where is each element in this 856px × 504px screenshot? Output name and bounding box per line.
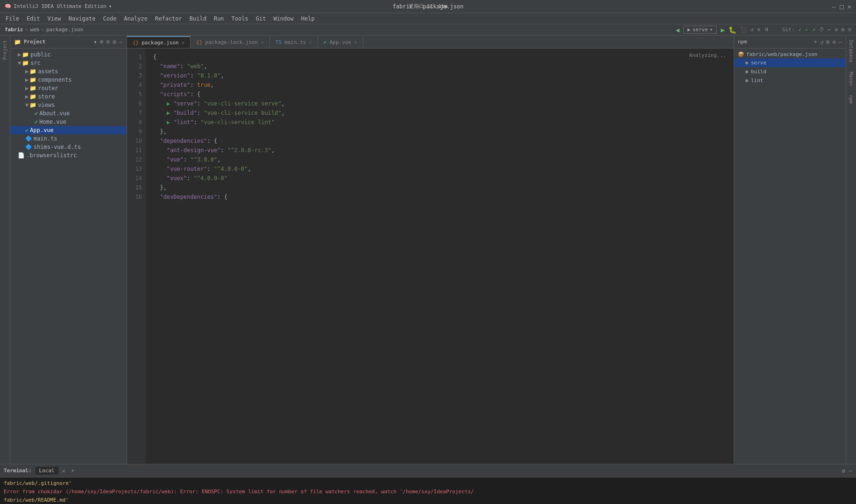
pause-button[interactable]: ⏸ — [764, 27, 769, 33]
tree-item-assets[interactable]: ▶ 📁 assets — [10, 67, 127, 76]
project-stripe-label[interactable]: Project — [2, 40, 7, 60]
main-area: Project 📁 Project ▾ ⊕ ≡ ⚙ — ▶ 📁 public — [0, 35, 856, 464]
close-button[interactable]: ✕ — [848, 3, 851, 10]
menu-edit[interactable]: Edit — [24, 14, 43, 23]
close-tab-app-vue[interactable]: ✕ — [354, 39, 357, 45]
menu-refactor[interactable]: Refactor — [152, 14, 185, 23]
run-button[interactable]: ▶ — [721, 26, 724, 34]
database-label[interactable]: Database — [849, 40, 854, 63]
npm-item-serve[interactable]: serve — [734, 58, 846, 67]
close-tab-package-json[interactable]: ✕ — [182, 40, 185, 46]
menu-file[interactable]: File — [3, 14, 22, 23]
terminal-line-2: fabric/web/README.md' — [4, 496, 852, 504]
menu-help[interactable]: Help — [298, 14, 318, 23]
npm-settings-icon[interactable]: ⚙ — [833, 39, 836, 45]
close-tab-package-lock[interactable]: ✕ — [261, 39, 264, 45]
menu-git[interactable]: Git — [253, 14, 269, 23]
git-settings[interactable]: ⚙ — [835, 27, 838, 33]
breadcrumb-file[interactable]: package.json — [46, 27, 83, 33]
terminal-content[interactable]: fabric/web/.gitignore' Error from chokid… — [0, 477, 856, 504]
close-tab-main-ts[interactable]: ✕ — [309, 39, 312, 45]
analyzing-indicator: Analyzing... — [689, 52, 726, 58]
locate-icon[interactable]: ⊕ — [100, 38, 104, 45]
npm-tree: 📦 fabric/web/package.json serve build li… — [734, 49, 846, 464]
tree-item-public[interactable]: ▶ 📁 public — [10, 50, 127, 59]
npm-dot-build — [745, 70, 748, 73]
menu-view[interactable]: View — [45, 14, 64, 23]
window-controls: — □ ✕ — [832, 3, 851, 10]
close-sidebar-icon[interactable]: — — [119, 38, 123, 45]
tab-main-ts[interactable]: TS main.ts ✕ — [270, 36, 318, 48]
tree-item-views[interactable]: ▼ 📁 views — [10, 101, 127, 109]
tab-package-json[interactable]: {} package.json ✕ — [127, 36, 191, 48]
npm-refresh-icon[interactable]: ↺ — [820, 39, 823, 45]
terminal-close-tab[interactable]: ✕ — [62, 468, 65, 474]
terminal-line-1: fabric/web/.gitignore' — [4, 479, 852, 488]
code-content[interactable]: { "name": "web", "version": "0.1.0", "pr… — [146, 49, 734, 464]
menu-tools[interactable]: Tools — [229, 14, 251, 23]
npm-minimize-icon[interactable]: — — [839, 39, 842, 45]
menu-build[interactable]: Build — [187, 14, 209, 23]
dropdown-arrow[interactable]: ▾ — [109, 3, 112, 9]
tree-item-browserslistrc[interactable]: 📄 .browserslistrc — [10, 151, 127, 160]
git-check2[interactable]: ✓ — [805, 27, 808, 33]
maximize-button[interactable]: □ — [840, 3, 843, 10]
npm-add-icon[interactable]: + — [814, 39, 817, 45]
stop-button[interactable]: ⬛ — [740, 27, 747, 33]
npm-icons: + ↺ ⊞ ⚙ — — [814, 39, 842, 45]
reload-button[interactable]: ↺ — [750, 27, 754, 33]
terminal-minimize-icon[interactable]: — — [849, 468, 852, 474]
menu-code[interactable]: Code — [100, 14, 120, 23]
git-undo[interactable]: ↩ — [828, 27, 831, 33]
breadcrumb-web[interactable]: web — [30, 27, 39, 33]
tree-item-app-vue[interactable]: ✔ App.vue — [10, 126, 127, 134]
code-editor[interactable]: 1 2 3 4 5 6 7 8 9 10 11 12 13 14 15 16 {… — [127, 49, 734, 464]
git-check1[interactable]: ✓ — [799, 27, 802, 33]
npm-layout-icon[interactable]: ⊞ — [826, 39, 829, 45]
terminal-tab-local[interactable]: Local — [35, 467, 58, 475]
npm-label[interactable]: npm — [849, 95, 854, 104]
terminal-add-tab[interactable]: + — [71, 468, 74, 474]
line-numbers: 1 2 3 4 5 6 7 8 9 10 11 12 13 14 15 16 — [127, 49, 146, 464]
app-name: 🧠 IntelliJ IDEA Ultimate Edition ▾ — [5, 3, 112, 9]
npm-item-lint[interactable]: lint — [734, 76, 846, 85]
breadcrumb: fabric > web > package.json ◀ ▶ serve ▾ … — [0, 24, 856, 35]
tree-item-shims-vue[interactable]: 🔷 shims-vue.d.ts — [10, 143, 127, 151]
npm-title: npm — [738, 39, 812, 45]
sidebar-title: Project — [24, 39, 91, 45]
more-button[interactable]: ≡ — [757, 27, 761, 33]
terminal-settings-icon[interactable]: ⚙ — [842, 468, 845, 474]
settings-icon[interactable]: ⚙ — [113, 38, 116, 45]
collapse-all-icon[interactable]: ≡ — [106, 38, 110, 45]
tree-item-src[interactable]: ▼ 📁 src — [10, 59, 127, 67]
tree-item-main-ts[interactable]: 🔷 main.ts — [10, 134, 127, 143]
serve-dropdown[interactable]: ▶ serve ▾ — [683, 26, 717, 34]
tree-item-about-vue[interactable]: ✔ About.vue — [10, 109, 127, 118]
expand-button[interactable]: ⊟ — [848, 27, 851, 33]
maven-label[interactable]: Maven — [849, 72, 854, 86]
breadcrumb-fabric[interactable]: fabric — [5, 27, 23, 33]
menu-window[interactable]: Window — [270, 14, 296, 23]
menu-run[interactable]: Run — [211, 14, 227, 23]
tree-item-home-vue[interactable]: ✔ Home.vue — [10, 118, 127, 126]
sidebar-dropdown-icon[interactable]: ▾ — [93, 39, 97, 45]
clock: 星期日 11：11● — [409, 3, 448, 10]
layout-button[interactable]: ⊞ — [842, 27, 845, 33]
git-push[interactable]: ↗ — [812, 27, 815, 33]
minimize-button[interactable]: — — [832, 3, 836, 10]
tab-package-lock-json[interactable]: {} package-lock.json ✕ — [191, 36, 269, 48]
menubar: File Edit View Navigate Code Analyze Ref… — [0, 13, 856, 24]
tree-item-store[interactable]: ▶ 📁 store — [10, 92, 127, 101]
tree-item-components[interactable]: ▶ 📁 components — [10, 76, 127, 84]
nav-back-icon[interactable]: ◀ — [676, 26, 679, 34]
npm-item-build[interactable]: build — [734, 67, 846, 76]
npm-path: fabric/web/package.json — [746, 51, 817, 57]
menu-navigate[interactable]: Navigate — [66, 14, 99, 23]
tree-item-router[interactable]: ▶ 📁 router — [10, 84, 127, 92]
debug-button[interactable]: 🐛 — [729, 26, 736, 34]
tab-app-vue[interactable]: ✔ App.vue ✕ — [318, 36, 363, 48]
npm-section-header[interactable]: 📦 fabric/web/package.json — [734, 50, 846, 58]
menu-analyze[interactable]: Analyze — [121, 14, 150, 23]
git-history[interactable]: ⏱ — [819, 27, 824, 33]
npm-dot-serve — [745, 62, 748, 64]
